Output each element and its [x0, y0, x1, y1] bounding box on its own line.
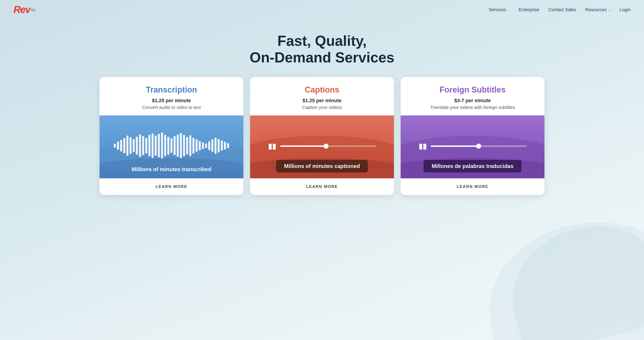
nav-enterprise[interactable]: Enterprise [519, 7, 539, 12]
transcription-title: Transcription [108, 85, 235, 94]
subtitles-card: Foreign Subtitles $3-7 per minute Transl… [401, 77, 544, 195]
transcription-price: $1.25 per minute [108, 98, 235, 103]
subtitles-price: $3-7 per minute [409, 98, 536, 103]
transcription-visual-label: Millions of minutes transcribed [132, 166, 212, 172]
nav-services[interactable]: Services ⌄ [489, 7, 510, 12]
captions-header: Captions $1.25 per minute Caption your v… [250, 77, 394, 115]
logo[interactable]: Rev [14, 4, 36, 15]
subtitles-title: Foreign Subtitles [409, 85, 536, 94]
transcription-footer: LEARN MORE [100, 178, 243, 195]
pause-icon: ▮▮ [268, 143, 276, 150]
subtitles-visual: ▮▮ Millones de palabras traducidas [401, 115, 544, 178]
subtitles-player-controls: ▮▮ [418, 143, 526, 150]
chevron-down-icon: ⌄ [507, 8, 510, 11]
nav-login[interactable]: Login [620, 7, 630, 12]
captions-visual-label: Millions of minutes captioned [276, 160, 368, 172]
nav-resources[interactable]: Resources ⌄ [585, 7, 610, 12]
subtitles-learn-more-button[interactable]: LEARN MORE [457, 184, 488, 189]
subtitles-footer: LEARN MORE [401, 178, 544, 195]
audio-waveform [114, 133, 229, 159]
captions-player-controls: ▮▮ [268, 143, 376, 150]
transcription-desc: Convert audio or video to text [108, 105, 235, 110]
transcription-card: Transcription $1.25 per minute Convert a… [100, 77, 243, 195]
captions-learn-more-button[interactable]: LEARN MORE [306, 184, 338, 189]
nav-links: Services ⌄ Enterprise Contact Sales Reso… [489, 7, 630, 12]
chevron-down-icon: ⌄ [608, 8, 610, 11]
captions-footer: LEARN MORE [250, 178, 394, 195]
captions-card: Captions $1.25 per minute Caption your v… [250, 77, 394, 195]
subtitles-visual-label: Millones de palabras traducidas [424, 160, 522, 172]
captions-title: Captions [258, 85, 386, 94]
captions-price: $1.25 per minute [258, 98, 386, 103]
page-title: Fast, Quality, On-Demand Services [4, 33, 640, 66]
player-track[interactable] [431, 146, 526, 147]
subtitles-header: Foreign Subtitles $3-7 per minute Transl… [401, 77, 544, 115]
logo-oval-icon [30, 8, 36, 12]
logo-text: Rev [14, 4, 30, 15]
hero-section: Fast, Quality, On-Demand Services [0, 19, 644, 77]
captions-visual: ▮▮ Millions of minutes captioned [250, 115, 394, 178]
subtitles-desc: Translate your videos with foreign subti… [409, 105, 536, 110]
pause-icon: ▮▮ [418, 143, 427, 150]
nav-contact[interactable]: Contact Sales [548, 7, 576, 12]
transcription-learn-more-button[interactable]: LEARN MORE [156, 184, 188, 189]
transcription-header: Transcription $1.25 per minute Convert a… [100, 77, 243, 115]
captions-desc: Caption your videos [258, 105, 386, 110]
player-track[interactable] [280, 146, 376, 147]
cards-container: Transcription $1.25 per minute Convert a… [75, 77, 569, 208]
navbar: Rev Services ⌄ Enterprise Contact Sales … [0, 0, 644, 19]
transcription-visual: Millions of minutes transcribed [100, 115, 243, 178]
